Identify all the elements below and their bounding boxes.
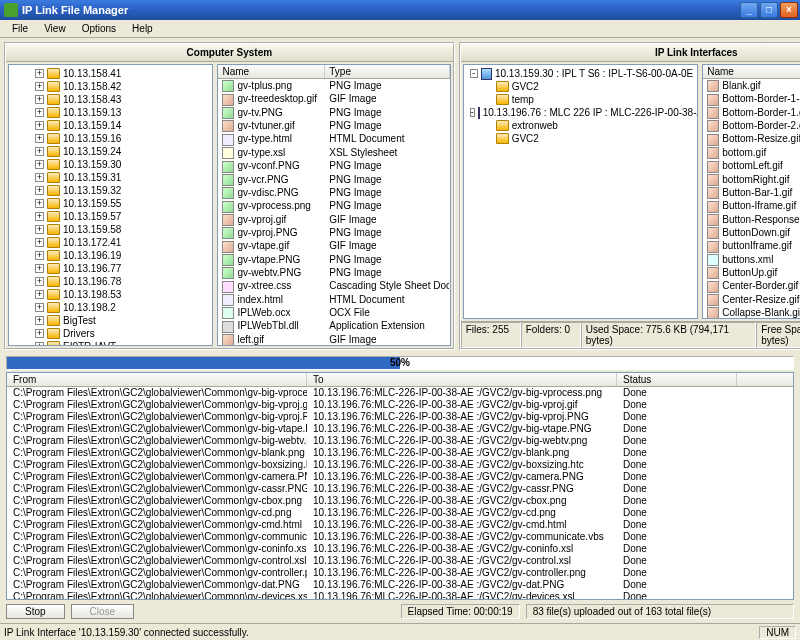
transfer-row[interactable]: C:\Program Files\Extron\GC2\globalviewer… <box>7 459 793 471</box>
tree-node[interactable]: +10.13.159.55 <box>11 197 210 210</box>
list-item[interactable]: Button-Response.gif2.0 KB0 <box>703 213 800 226</box>
transfer-row[interactable]: C:\Program Files\Extron\GC2\globalviewer… <box>7 399 793 411</box>
menu-file[interactable]: File <box>4 22 36 35</box>
tree-node[interactable]: +10.13.198.53 <box>11 288 210 301</box>
list-item[interactable]: Center-Resize.gif109 B0 <box>703 293 800 306</box>
tree-node[interactable]: +EI0TR-IAVT <box>11 340 210 346</box>
list-item[interactable]: ButtonDown.gif1.9 KB0 <box>703 226 800 239</box>
tree-toggle-icon[interactable]: + <box>35 212 44 221</box>
tree-node[interactable]: +10.13.159.32 <box>11 184 210 197</box>
close-window-button[interactable]: × <box>780 2 798 18</box>
tree-node[interactable]: +Drivers <box>11 327 210 340</box>
list-item[interactable]: gv-webtv.PNGPNG Image <box>218 266 449 279</box>
minimize-button[interactable]: _ <box>740 2 758 18</box>
tree-node[interactable]: +10.13.159.16 <box>11 132 210 145</box>
list-item[interactable]: gv-vdisc.PNGPNG Image <box>218 186 449 199</box>
tree-toggle-icon[interactable]: + <box>35 160 44 169</box>
column-header[interactable]: Status <box>617 373 737 386</box>
list-item[interactable]: index.htmlHTML Document <box>218 293 449 306</box>
tree-toggle-icon[interactable]: + <box>35 173 44 182</box>
column-header[interactable]: To <box>307 373 617 386</box>
tree-toggle-icon[interactable]: - <box>470 108 475 117</box>
list-item[interactable]: gv-treedesktop.gifGIF Image <box>218 92 449 105</box>
transfer-row[interactable]: C:\Program Files\Extron\GC2\globalviewer… <box>7 579 793 591</box>
transfer-row[interactable]: C:\Program Files\Extron\GC2\globalviewer… <box>7 555 793 567</box>
tree-node[interactable]: +10.13.172.41 <box>11 236 210 249</box>
tree-toggle-icon[interactable]: + <box>35 69 44 78</box>
tree-node[interactable]: +10.13.159.31 <box>11 171 210 184</box>
list-item[interactable]: Bottom-Border-1-28.gif5.1 KB0 <box>703 92 800 105</box>
list-item[interactable]: gv-vproj.PNGPNG Image <box>218 226 449 239</box>
tree-toggle-icon[interactable]: + <box>35 277 44 286</box>
list-item[interactable]: gv-vconf.PNGPNG Image <box>218 159 449 172</box>
list-item[interactable]: IPLWeb.ocxOCX File <box>218 306 449 319</box>
tree-toggle-icon[interactable]: + <box>35 342 44 346</box>
tree-toggle-icon[interactable]: + <box>35 264 44 273</box>
transfer-list[interactable]: FromToStatus C:\Program Files\Extron\GC2… <box>6 372 794 600</box>
stop-button[interactable]: Stop <box>6 604 65 619</box>
list-item[interactable]: gv-type.htmlHTML Document <box>218 132 449 145</box>
transfer-row[interactable]: C:\Program Files\Extron\GC2\globalviewer… <box>7 447 793 459</box>
transfer-row[interactable]: C:\Program Files\Extron\GC2\globalviewer… <box>7 483 793 495</box>
tree-toggle-icon[interactable]: + <box>35 225 44 234</box>
tree-node[interactable]: +10.13.196.78 <box>11 275 210 288</box>
tree-toggle-icon[interactable]: + <box>35 238 44 247</box>
tree-toggle-icon[interactable]: + <box>35 108 44 117</box>
tree-node[interactable]: +10.13.196.19 <box>11 249 210 262</box>
list-item[interactable]: gv-vcr.PNGPNG Image <box>218 173 449 186</box>
transfer-row[interactable]: C:\Program Files\Extron\GC2\globalviewer… <box>7 411 793 423</box>
list-item[interactable]: gv-xtree.cssCascading Style Sheet Docum <box>218 279 449 292</box>
menu-view[interactable]: View <box>36 22 74 35</box>
transfer-row[interactable]: C:\Program Files\Extron\GC2\globalviewer… <box>7 435 793 447</box>
tree-node[interactable]: +10.13.198.2 <box>11 301 210 314</box>
list-item[interactable]: ButtonUp.gif2.0 KB0 <box>703 266 800 279</box>
list-item[interactable]: gv-vprocess.pngPNG Image <box>218 199 449 212</box>
tree-node[interactable]: -10.13.196.76 : MLC 226 IP : MLC-226-IP-… <box>466 106 696 119</box>
local-file-list[interactable]: NameType gv-tplus.pngPNG Imagegv-treedes… <box>217 64 450 346</box>
list-item[interactable]: gv-vtape.gifGIF Image <box>218 239 449 252</box>
tree-node[interactable]: +10.13.196.77 <box>11 262 210 275</box>
tree-node[interactable]: +BigTest <box>11 314 210 327</box>
list-item[interactable]: left.gifGIF Image <box>218 333 449 346</box>
menu-options[interactable]: Options <box>74 22 124 35</box>
tree-toggle-icon[interactable]: + <box>35 199 44 208</box>
tree-toggle-icon[interactable]: + <box>35 316 44 325</box>
remote-file-list[interactable]: NameSizeD Blank.gif580 B0Bottom-Border-1… <box>702 64 800 319</box>
list-item[interactable]: Button-Iframe.gif1.3 KB0 <box>703 199 800 212</box>
tree-node[interactable]: GVC2 <box>466 132 696 145</box>
transfer-row[interactable]: C:\Program Files\Extron\GC2\globalviewer… <box>7 567 793 579</box>
list-item[interactable]: bottom.gif52 B0 <box>703 146 800 159</box>
list-item[interactable]: buttons.xml15.7 KB0 <box>703 253 800 266</box>
column-header[interactable]: Name <box>703 65 800 78</box>
list-item[interactable]: gv-tplus.pngPNG Image <box>218 79 449 92</box>
tree-node[interactable]: -10.13.159.30 : IPL T S6 : IPL-T-S6-00-0… <box>466 67 696 80</box>
transfer-row[interactable]: C:\Program Files\Extron\GC2\globalviewer… <box>7 495 793 507</box>
list-item[interactable]: buttonIframe.gif1.3 KB0 <box>703 239 800 252</box>
list-item[interactable]: gv-vproj.gifGIF Image <box>218 213 449 226</box>
tree-toggle-icon[interactable]: + <box>35 147 44 156</box>
list-item[interactable]: bottomLeft.gif104 B0 <box>703 159 800 172</box>
tree-node[interactable]: extronweb <box>466 119 696 132</box>
tree-toggle-icon[interactable]: + <box>35 121 44 130</box>
column-header[interactable]: Name <box>218 65 325 78</box>
tree-node[interactable]: temp <box>466 93 696 106</box>
tree-node[interactable]: +10.13.158.42 <box>11 80 210 93</box>
column-header[interactable]: From <box>7 373 307 386</box>
transfer-row[interactable]: C:\Program Files\Extron\GC2\globalviewer… <box>7 423 793 435</box>
list-item[interactable]: gv-tvtuner.gifPNG Image <box>218 119 449 132</box>
tree-toggle-icon[interactable]: + <box>35 186 44 195</box>
tree-node[interactable]: +10.13.159.30 <box>11 158 210 171</box>
tree-toggle-icon[interactable]: + <box>35 95 44 104</box>
local-tree[interactable]: +10.13.158.41+10.13.158.42+10.13.158.43+… <box>8 64 213 346</box>
tree-node[interactable]: +10.13.158.41 <box>11 67 210 80</box>
transfer-row[interactable]: C:\Program Files\Extron\GC2\globalviewer… <box>7 531 793 543</box>
transfer-row[interactable]: C:\Program Files\Extron\GC2\globalviewer… <box>7 471 793 483</box>
transfer-row[interactable]: C:\Program Files\Extron\GC2\globalviewer… <box>7 591 793 600</box>
tree-node[interactable]: +10.13.159.57 <box>11 210 210 223</box>
menu-help[interactable]: Help <box>124 22 161 35</box>
column-header[interactable]: Type <box>325 65 449 78</box>
tree-node[interactable]: +10.13.159.14 <box>11 119 210 132</box>
transfer-row[interactable]: C:\Program Files\Extron\GC2\globalviewer… <box>7 519 793 531</box>
list-item[interactable]: Center-Border.gif521 B0 <box>703 279 800 292</box>
list-item[interactable]: Bottom-Border-2.gif5.0 KB0 <box>703 119 800 132</box>
